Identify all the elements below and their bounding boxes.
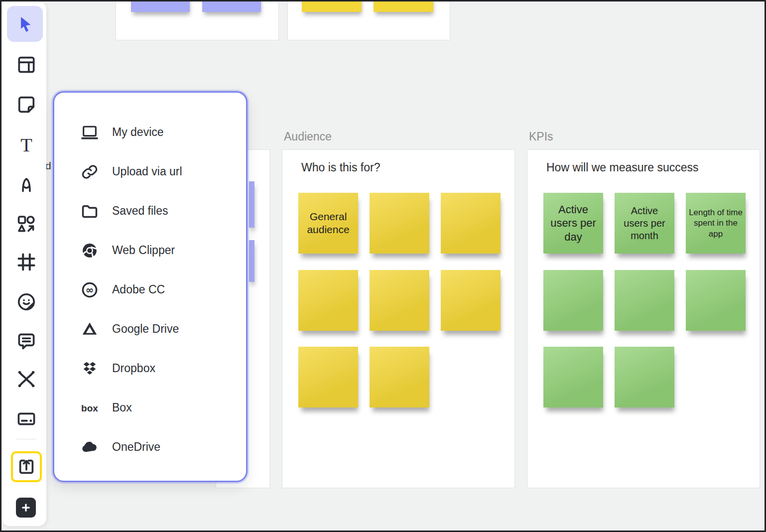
menu-item-label: Adobe CC bbox=[112, 283, 165, 296]
menu-item-label: OneDrive bbox=[112, 440, 160, 454]
onedrive-icon bbox=[79, 438, 100, 457]
sticky-note-icon bbox=[15, 94, 37, 116]
pen-icon bbox=[15, 173, 37, 195]
sticky-note[interactable] bbox=[615, 270, 674, 331]
tool-card[interactable] bbox=[15, 408, 37, 430]
sticky-note[interactable] bbox=[441, 270, 501, 331]
box-icon: box bbox=[79, 399, 100, 417]
sticky-note[interactable]: Length of time spent in the app bbox=[686, 193, 746, 254]
menu-item-label: Box bbox=[112, 401, 132, 414]
tool-connector[interactable] bbox=[15, 368, 37, 390]
sticky-note[interactable]: General audience bbox=[298, 193, 358, 254]
tool-add[interactable] bbox=[16, 498, 36, 518]
upload-menu: My device Upload via url Saved files bbox=[53, 91, 248, 482]
tool-frame[interactable] bbox=[15, 251, 37, 273]
sticky-note[interactable] bbox=[302, 0, 362, 12]
google-drive-icon bbox=[79, 320, 100, 339]
sticky-note[interactable] bbox=[249, 240, 255, 282]
sticky-note[interactable] bbox=[298, 270, 358, 331]
menu-item-label: Dropbox bbox=[112, 362, 155, 375]
tool-sticky-note[interactable] bbox=[15, 94, 37, 116]
text-icon: T bbox=[15, 133, 37, 155]
svg-text:∞: ∞ bbox=[86, 284, 94, 295]
menu-item-label: My device bbox=[112, 126, 164, 139]
plus-icon bbox=[18, 500, 33, 515]
sticky-note[interactable] bbox=[249, 181, 255, 228]
audience-frame[interactable]: Who is this for? General audience bbox=[282, 149, 515, 488]
menu-item-onedrive[interactable]: OneDrive bbox=[54, 427, 246, 467]
sticky-note[interactable] bbox=[370, 270, 429, 331]
svg-text:T: T bbox=[20, 134, 32, 155]
menu-item-adobe-cc[interactable]: ∞ Adobe CC bbox=[54, 270, 246, 309]
chrome-icon bbox=[79, 241, 100, 260]
top-left-frame[interactable] bbox=[116, 0, 279, 40]
sticky-note[interactable] bbox=[202, 0, 261, 12]
kpis-heading[interactable]: How will we measure success bbox=[546, 161, 698, 174]
sticky-note[interactable]: Active users per month bbox=[615, 193, 674, 254]
sticky-note[interactable] bbox=[298, 347, 358, 407]
menu-item-google-drive[interactable]: Google Drive bbox=[54, 309, 246, 349]
svg-text:box: box bbox=[81, 403, 98, 413]
sticky-note[interactable] bbox=[615, 347, 674, 407]
toolbar: T bbox=[1, 1, 46, 526]
sticky-note[interactable] bbox=[441, 193, 501, 254]
menu-item-web-clipper[interactable]: Web Clipper bbox=[54, 231, 246, 270]
link-icon bbox=[79, 162, 100, 181]
cursor-icon bbox=[14, 13, 35, 34]
frame-label-audience[interactable]: Audience bbox=[284, 130, 332, 143]
templates-icon bbox=[15, 54, 37, 76]
top-right-frame[interactable] bbox=[287, 0, 450, 40]
frame-icon bbox=[15, 251, 37, 273]
tool-templates[interactable] bbox=[15, 54, 37, 76]
sticker-icon bbox=[15, 291, 37, 313]
tool-sticker[interactable] bbox=[15, 291, 37, 313]
card-icon bbox=[15, 408, 37, 430]
kpis-frame[interactable]: How will we measure success Active users… bbox=[527, 149, 760, 488]
menu-item-dropbox[interactable]: Dropbox bbox=[54, 349, 246, 388]
frame-label-kpis[interactable]: KPIs bbox=[529, 130, 553, 143]
menu-item-saved-files[interactable]: Saved files bbox=[54, 191, 246, 231]
toolbar-divider bbox=[16, 439, 36, 439]
comment-icon bbox=[15, 331, 37, 353]
dropbox-icon bbox=[79, 359, 100, 378]
tool-shapes[interactable] bbox=[15, 213, 37, 235]
sticky-note[interactable] bbox=[543, 270, 603, 331]
menu-item-box[interactable]: box Box bbox=[54, 388, 246, 427]
menu-item-my-device[interactable]: My device bbox=[54, 113, 246, 152]
menu-item-label: Web Clipper bbox=[112, 244, 175, 257]
tool-pen[interactable] bbox=[15, 173, 37, 195]
sticky-note[interactable] bbox=[686, 270, 746, 331]
shapes-icon bbox=[15, 213, 37, 235]
menu-item-upload-via-url[interactable]: Upload via url bbox=[54, 152, 246, 191]
sticky-note[interactable] bbox=[370, 347, 429, 407]
tool-comment[interactable] bbox=[15, 331, 37, 353]
tool-text[interactable]: T bbox=[15, 133, 37, 155]
laptop-icon bbox=[79, 123, 100, 142]
sticky-note[interactable] bbox=[131, 0, 190, 12]
menu-item-label: Upload via url bbox=[112, 165, 182, 178]
audience-heading[interactable]: Who is this for? bbox=[301, 161, 381, 174]
adobe-cc-icon: ∞ bbox=[79, 280, 100, 299]
connector-icon bbox=[15, 368, 37, 390]
whiteboard-app: d Audience Who is this for? General audi… bbox=[0, 0, 766, 532]
tool-select[interactable] bbox=[7, 6, 43, 42]
upload-icon bbox=[16, 457, 36, 477]
sticky-note[interactable] bbox=[374, 0, 433, 12]
sticky-note[interactable] bbox=[370, 193, 429, 254]
menu-item-label: Google Drive bbox=[112, 322, 179, 336]
folder-icon bbox=[79, 202, 100, 221]
tool-upload[interactable] bbox=[11, 451, 42, 482]
sticky-note[interactable] bbox=[543, 347, 603, 407]
sticky-note[interactable]: Active users per day bbox=[543, 193, 603, 254]
menu-item-label: Saved files bbox=[112, 204, 168, 218]
